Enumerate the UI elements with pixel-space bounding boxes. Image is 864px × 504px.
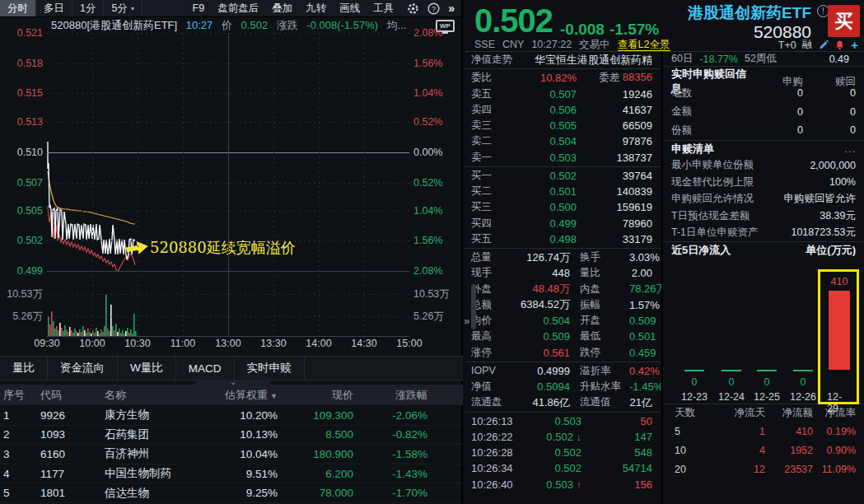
chart-info-bar: 520880[港股通创新药ETF] 10:27 价 0.502 涨跌 -0.00… <box>51 18 413 31</box>
volume-bar <box>104 326 105 336</box>
order-book-row[interactable]: 买三0.500159619 <box>465 199 661 215</box>
subscribe-row: 份额00 <box>663 121 864 140</box>
order-book-row[interactable]: 买二0.501140839 <box>465 184 661 199</box>
order-quantity: 78960 <box>577 217 652 230</box>
time-axis-label: 10:00 <box>79 338 105 349</box>
order-price: 0.507 <box>507 88 577 100</box>
subtab-量比[interactable]: 量比 <box>0 357 48 380</box>
flow-title: 近5日净流入 <box>671 243 731 258</box>
toolbar-button-九转[interactable]: 九转 <box>299 0 333 16</box>
order-level-label: 买三 <box>471 200 507 214</box>
toolbar-button-画线[interactable]: 画线 <box>333 0 367 16</box>
info-label: 现金替代比例上限 <box>671 175 754 189</box>
flow-table-row: 10419520.90% <box>663 441 864 460</box>
holdings-header-估算权重[interactable]: 估算权重▼ <box>207 388 281 403</box>
stat-label: 跌停 <box>570 346 629 360</box>
weicha-cell: 委差 88356 <box>577 71 652 85</box>
tick-quantity: 50 <box>581 415 652 427</box>
stat-value: 41.86亿 <box>512 395 570 410</box>
net-inflow-amount: 410 <box>765 426 813 437</box>
table-row[interactable]: 51801信达生物9.25%78.000-1.70% <box>0 483 463 503</box>
subtab-实时申赎[interactable]: 实时申赎 <box>235 357 305 380</box>
toolbar-button-F9[interactable]: F9 <box>186 0 212 16</box>
toolbar-tab-多日[interactable]: 多日 <box>36 0 72 16</box>
stat-value: 0.459 <box>629 347 656 359</box>
subtab-资金流向[interactable]: 资金流向 <box>48 357 118 380</box>
toolbar-expand-icon[interactable]: » <box>448 2 455 15</box>
help-icon[interactable]: ? <box>427 2 440 15</box>
intraday-plot[interactable]: 520880延续宽幅溢价 0.5210.5180.5150.5130.5100.… <box>0 31 463 356</box>
mid-expand-icon[interactable]: » <box>464 315 469 327</box>
volume-bar <box>115 324 117 336</box>
order-book-row[interactable]: 卖二0.50497876 <box>465 133 661 149</box>
order-price: 0.498 <box>507 233 577 245</box>
volume-bar <box>130 329 132 336</box>
flow-col-天数: 天数 <box>675 406 711 420</box>
table-row[interactable]: 41177中国生物制药9.51%6.200-1.43% <box>0 464 463 484</box>
last-price: 8.500 <box>281 428 357 441</box>
order-book-row[interactable]: 卖一0.503138737 <box>465 150 661 166</box>
subtab-W量比[interactable]: W量比 <box>118 357 176 380</box>
buy-button[interactable]: 买 <box>828 5 860 37</box>
table-row[interactable]: 21093石药集团10.13%8.500-0.82% <box>0 426 463 446</box>
toolbar-tab-5分[interactable]: 5分▾ <box>104 0 142 16</box>
volume-bar <box>64 325 66 336</box>
tick-price: 0.502 ↓ <box>532 431 581 443</box>
flow-col-净流天: 净流天 <box>711 406 765 420</box>
order-book-row[interactable]: 买四0.49978960 <box>465 216 661 231</box>
avg-caption-truncated: 均... <box>387 19 407 31</box>
order-book-row[interactable]: 卖五0.50719246 <box>465 86 661 102</box>
gridline <box>228 33 229 336</box>
more-ellipsis-icon[interactable]: ... <box>845 143 856 155</box>
tick-quantity: 156 <box>581 478 652 491</box>
settings-gear-icon[interactable] <box>407 2 419 15</box>
toolbar-button-工具[interactable]: 工具 <box>367 0 400 16</box>
dropdown-caret-icon[interactable]: ▾ <box>131 5 134 12</box>
iopv-reference-line <box>48 206 135 272</box>
stat-label: 流通盘 <box>471 395 512 409</box>
stock-code: 1177 <box>37 468 101 480</box>
quote-time: 10:27:22 <box>531 39 572 50</box>
add-plus-icon[interactable]: + <box>851 38 858 52</box>
order-book-row[interactable]: 卖四0.50641637 <box>465 102 661 118</box>
last-price: 109.300 <box>281 409 357 422</box>
toolbar-tab-1分[interactable]: 1分 <box>72 0 104 16</box>
order-book-row[interactable]: 买五0.49833179 <box>465 231 661 247</box>
nav-row-fund-link[interactable]: 净值走势华宝恒生港股通创新药精 <box>465 52 661 68</box>
order-price: 0.499 <box>507 217 577 230</box>
time-axis-label: 10:30 <box>124 338 150 349</box>
info-label: 最小申赎单位份额 <box>671 158 754 172</box>
order-book-row[interactable]: 卖三0.50566509 <box>465 118 661 133</box>
volume-bar <box>51 311 53 336</box>
stat-label: 内盘 <box>570 282 629 296</box>
toolbar-tab-分时[interactable]: 分时 <box>0 0 36 16</box>
trading-status: 交易中 <box>579 39 610 50</box>
stat-label: 总额 <box>471 298 512 312</box>
edit-pencil-icon[interactable] <box>818 40 829 50</box>
subtab-MACD[interactable]: MACD <box>176 357 235 380</box>
order-book-row[interactable]: 买一0.50239764 <box>465 168 661 184</box>
flow-table-row: 20122353711.09% <box>663 460 864 478</box>
gridline <box>92 33 93 336</box>
l2-view-link[interactable]: 查看L2全景 <box>618 39 670 51</box>
stat-row: 总量126.74万换手3.03% <box>465 250 661 265</box>
toolbar-button-盘前盘后[interactable]: 盘前盘后 <box>211 0 265 16</box>
stat-label: 总量 <box>471 250 512 264</box>
alert-bell-icon[interactable] <box>834 40 845 50</box>
zero-bar <box>722 370 741 371</box>
table-row[interactable]: 19926康方生物10.20%109.300-2.06% <box>0 406 463 426</box>
volume-bar <box>71 330 72 336</box>
volume-bar <box>48 316 49 336</box>
net-inflow-chart: 012-23012-24012-25012-2641012-29 <box>663 258 864 402</box>
net-inflow-rate: 11.09% <box>813 464 856 475</box>
gridline <box>47 336 409 337</box>
redeem-value: 0 <box>803 106 856 118</box>
table-row[interactable]: 36160百济神州10.04%180.900-1.58% <box>0 445 463 464</box>
stat-value: 1.57% <box>629 299 660 311</box>
mid-scrollbar-thumb[interactable] <box>471 284 476 329</box>
change-caption: 涨跌 <box>277 19 298 31</box>
tick-price: 0.502 <box>532 446 581 459</box>
gridline <box>138 33 138 336</box>
toolbar-button-叠加[interactable]: 叠加 <box>265 0 299 16</box>
stat-label: 溢折率 <box>570 364 629 378</box>
